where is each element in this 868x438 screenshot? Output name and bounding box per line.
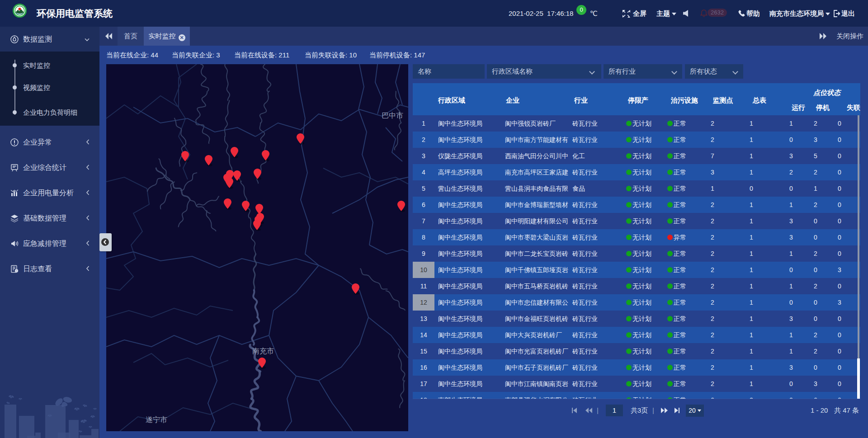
svg-text:南充市: 南充市 xyxy=(252,347,274,355)
svg-text:巴中市: 巴中市 xyxy=(382,112,403,119)
svg-text:遂宁市: 遂宁市 xyxy=(146,416,167,424)
